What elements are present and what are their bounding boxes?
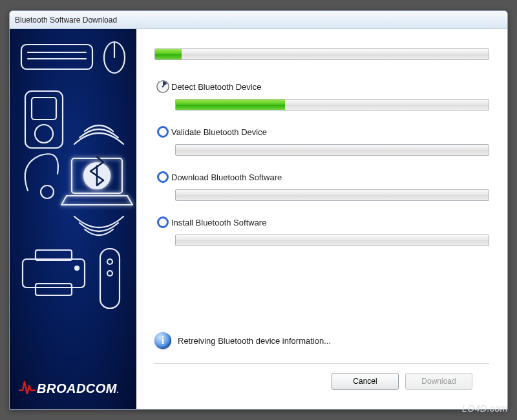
window-title: Bluetooth Software Download <box>15 16 117 25</box>
overall-progress-bar <box>154 48 489 60</box>
step-validate: Validate Bluetooth Device <box>154 123 489 140</box>
printer-icon <box>23 250 85 295</box>
cancel-button[interactable]: Cancel <box>332 373 399 390</box>
step-detect-fill <box>176 100 285 110</box>
status-message: Retreiving Bluetooth device information.… <box>178 336 331 346</box>
bluetooth-laptop-icon <box>61 157 132 205</box>
keyboard-icon <box>21 45 92 69</box>
main-content: Detect Bluetooth Device Validate Bluetoo… <box>136 29 507 409</box>
clock-icon <box>154 78 171 95</box>
installer-window: Bluetooth Software Download <box>9 10 508 410</box>
brand-name: BROADCOM <box>37 381 117 395</box>
svg-point-14 <box>107 271 112 276</box>
brand-pulse-icon <box>19 380 36 397</box>
step-validate-progress <box>175 144 489 156</box>
step-detect-progress <box>175 99 489 110</box>
svg-point-5 <box>41 185 54 198</box>
headset-icon <box>25 154 58 198</box>
remote-icon <box>100 249 120 308</box>
svg-point-16 <box>162 86 164 88</box>
brand-suffix: . <box>117 387 119 394</box>
step-download: Download Bluetooth Software <box>154 169 489 185</box>
svg-point-11 <box>75 266 79 270</box>
step-install: Install Bluetooth Software <box>154 214 489 231</box>
step-label: Download Bluetooth Software <box>171 173 282 182</box>
window-body: BROADCOM. Detect Bluetooth Device Valida <box>10 29 507 409</box>
device-outline-art <box>10 29 136 391</box>
title-bar[interactable]: Bluetooth Software Download <box>10 11 507 29</box>
svg-rect-12 <box>100 249 120 308</box>
step-label: Validate Bluetooth Device <box>171 127 267 137</box>
overall-progress-fill <box>155 49 182 59</box>
pending-circle-icon <box>154 123 171 140</box>
pending-circle-icon <box>154 169 171 185</box>
brand-logo: BROADCOM. <box>19 380 119 397</box>
svg-rect-10 <box>36 284 72 295</box>
step-download-progress <box>175 189 489 201</box>
pending-circle-icon <box>154 214 171 231</box>
svg-point-13 <box>107 259 112 264</box>
step-label: Install Bluetooth Software <box>171 218 266 227</box>
sidebar-graphic: BROADCOM. <box>10 29 136 409</box>
svg-rect-3 <box>32 98 56 120</box>
step-install-progress <box>175 235 489 246</box>
watermark: LO4D.com <box>462 403 508 414</box>
wireless-waves-icon <box>74 125 123 144</box>
step-label: Detect Bluetooth Device <box>171 82 261 92</box>
status-row: i Retreiving Bluetooth device informatio… <box>154 332 489 349</box>
info-icon: i <box>154 332 171 349</box>
download-button[interactable]: Download <box>405 373 472 390</box>
step-detect: Detect Bluetooth Device <box>154 78 489 95</box>
button-footer: Cancel Download <box>154 363 489 399</box>
svg-point-4 <box>35 125 53 143</box>
